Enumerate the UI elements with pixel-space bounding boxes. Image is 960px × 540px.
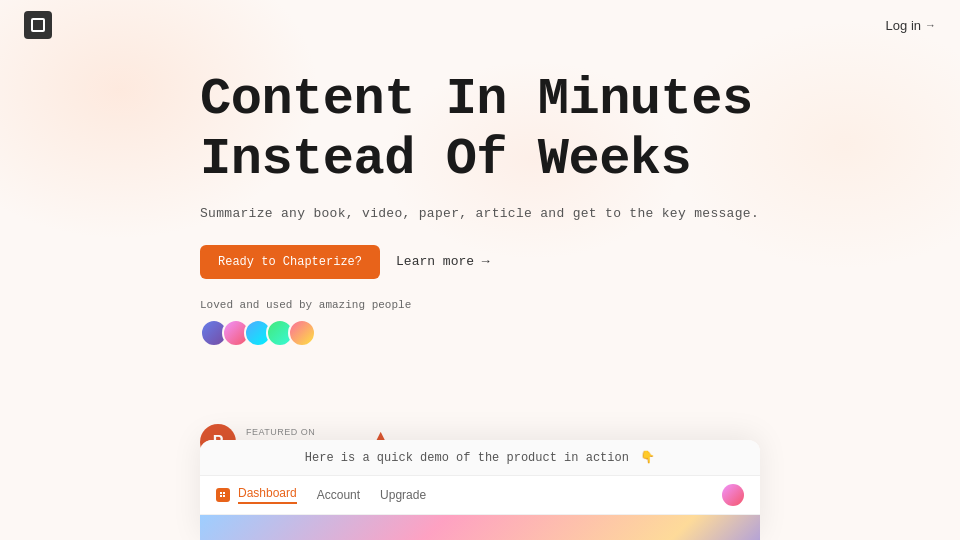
- site-logo[interactable]: [24, 11, 52, 39]
- demo-emoji: 👇: [640, 451, 655, 465]
- demo-message: Here is a quick demo of the product in a…: [200, 440, 760, 476]
- demo-nav-item-upgrade[interactable]: Upgrade: [380, 488, 426, 502]
- demo-nav-dashboard[interactable]: Dashboard: [216, 486, 297, 504]
- demo-nav: Dashboard Account Upgrade: [200, 476, 760, 515]
- social-proof: Loved and used by amazing people: [200, 299, 860, 347]
- svg-rect-1: [223, 492, 225, 494]
- svg-rect-0: [220, 492, 222, 494]
- demo-card: Here is a quick demo of the product in a…: [200, 440, 760, 540]
- cta-button[interactable]: Ready to Chapterize?: [200, 245, 380, 279]
- logo-icon: [31, 18, 45, 32]
- navbar: Log in →: [0, 0, 960, 50]
- hero-buttons: Ready to Chapterize? Learn more →: [200, 245, 860, 279]
- hero-title-line1: Content In Minutes: [200, 70, 753, 129]
- avatar-group: [200, 319, 860, 347]
- hero-title-line2: Instead Of Weeks: [200, 130, 691, 189]
- ph-featured-label: FEATURED ON: [246, 427, 354, 437]
- login-arrow-icon: →: [925, 19, 936, 31]
- demo-nav-item-account[interactable]: Account: [317, 488, 360, 502]
- demo-message-text: Here is a quick demo of the product in a…: [305, 451, 629, 465]
- demo-user-avatar: [722, 484, 744, 506]
- login-label: Log in: [886, 18, 921, 33]
- svg-rect-3: [223, 495, 225, 497]
- hero-title: Content In Minutes Instead Of Weeks: [200, 70, 860, 190]
- learn-more-link[interactable]: Learn more →: [396, 254, 490, 269]
- dashboard-icon: [216, 488, 230, 502]
- avatar: [288, 319, 316, 347]
- login-button[interactable]: Log in →: [886, 18, 936, 33]
- demo-content-preview: [200, 515, 760, 540]
- hero-subtitle: Summarize any book, video, paper, articl…: [200, 206, 860, 221]
- hero-section: Content In Minutes Instead Of Weeks Summ…: [200, 70, 860, 347]
- social-proof-label: Loved and used by amazing people: [200, 299, 860, 311]
- svg-rect-2: [220, 495, 222, 497]
- demo-nav-item-dashboard[interactable]: Dashboard: [238, 486, 297, 504]
